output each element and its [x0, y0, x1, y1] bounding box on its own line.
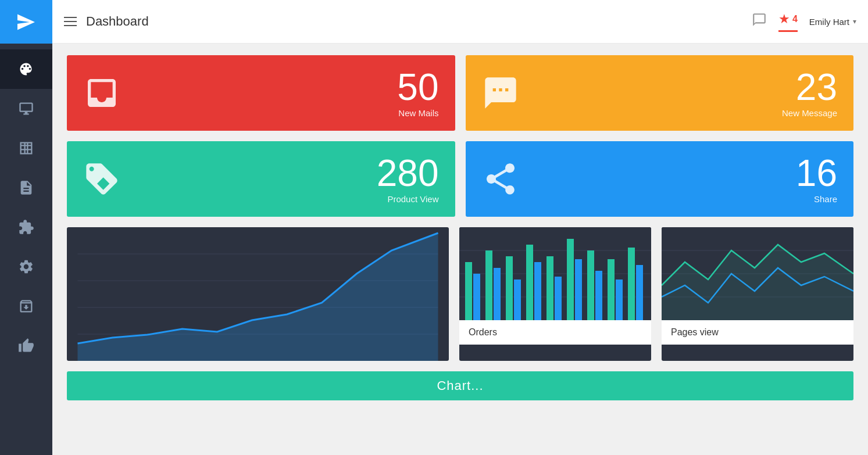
- svg-rect-17: [534, 262, 541, 320]
- svg-rect-26: [628, 248, 635, 320]
- document-icon: [18, 180, 34, 196]
- orders-chart[interactable]: Orders: [459, 227, 651, 361]
- stars-count: 4: [792, 14, 798, 24]
- chat-bubble-icon: [482, 74, 519, 112]
- chat-icon: [752, 12, 767, 27]
- tag-icon: [83, 160, 120, 198]
- sidebar-item-archive[interactable]: [0, 286, 52, 326]
- menu-button[interactable]: [64, 17, 77, 26]
- new-message-count: 23: [782, 69, 837, 106]
- bottom-teal-bar[interactable]: Chart...: [67, 371, 853, 400]
- sidebar-item-thumbsup[interactable]: [0, 326, 52, 366]
- settings-icon: [18, 259, 34, 275]
- svg-rect-11: [473, 274, 480, 320]
- sidebar-nav: [0, 44, 52, 366]
- svg-rect-14: [506, 256, 513, 320]
- pages-view-label: Pages view: [671, 327, 719, 337]
- share-info: 16 Share: [796, 155, 837, 204]
- stat-card-share[interactable]: 16 Share: [466, 141, 854, 217]
- content-area: 50 New Mails 23 New Message: [52, 44, 868, 455]
- orders-label: Orders: [469, 327, 497, 337]
- new-mails-count: 50: [397, 69, 438, 106]
- user-name: Emily Hart: [809, 17, 849, 27]
- main-line-chart-svg: [67, 227, 449, 361]
- svg-rect-23: [595, 271, 602, 320]
- thumbsup-icon: [18, 338, 34, 354]
- star-icon: ★: [778, 12, 790, 27]
- header: Dashboard ★ 4 Emily Hart ▾: [52, 0, 868, 44]
- new-message-label: New Message: [782, 108, 837, 118]
- svg-rect-19: [555, 277, 562, 320]
- svg-rect-10: [465, 262, 472, 320]
- sidebar-item-document[interactable]: [0, 168, 52, 207]
- sidebar-logo[interactable]: [0, 0, 52, 44]
- sidebar-item-monitor[interactable]: [0, 89, 52, 128]
- product-view-info: 280 Product View: [377, 155, 439, 204]
- share-count: 16: [796, 155, 837, 192]
- svg-rect-25: [616, 280, 623, 320]
- stat-card-product-view[interactable]: 280 Product View: [67, 141, 455, 217]
- stat-card-new-message[interactable]: 23 New Message: [466, 55, 854, 131]
- user-caret: ▾: [853, 17, 856, 26]
- share-icon: [482, 160, 519, 198]
- chat-bubble-icon-container: [482, 74, 519, 112]
- share-icon-container: [482, 160, 519, 198]
- stars-button[interactable]: ★ 4: [778, 12, 798, 32]
- inbox-icon-container: [83, 74, 120, 112]
- new-message-info: 23 New Message: [782, 69, 837, 118]
- svg-rect-20: [567, 239, 574, 320]
- svg-rect-15: [514, 280, 521, 320]
- sidebar-item-settings[interactable]: [0, 247, 52, 286]
- sidebar: [0, 0, 52, 455]
- pages-view-label-container: Pages view: [662, 320, 853, 345]
- page-title: Dashboard: [86, 14, 752, 29]
- svg-rect-27: [636, 265, 643, 320]
- paper-plane-icon: [16, 12, 37, 33]
- table-icon: [18, 140, 34, 156]
- stat-card-new-mails[interactable]: 50 New Mails: [67, 55, 455, 131]
- sidebar-item-dashboard[interactable]: [0, 49, 52, 89]
- svg-rect-16: [526, 245, 533, 320]
- main-area: Dashboard ★ 4 Emily Hart ▾: [52, 0, 868, 455]
- share-label: Share: [796, 194, 837, 204]
- tag-icon-container: [83, 160, 120, 198]
- svg-rect-12: [485, 250, 492, 320]
- palette-icon: [18, 61, 34, 77]
- chat-button[interactable]: [752, 12, 767, 31]
- pages-view-chart[interactable]: Pages view: [662, 227, 853, 361]
- product-view-label: Product View: [377, 194, 439, 204]
- header-actions: ★ 4 Emily Hart ▾: [752, 12, 856, 32]
- product-view-count: 280: [377, 155, 439, 192]
- svg-rect-24: [608, 259, 615, 320]
- modules-icon: [18, 219, 34, 235]
- inbox-icon: [83, 74, 120, 112]
- pages-view-chart-svg: [662, 227, 853, 320]
- bottom-teal-label: Chart...: [437, 378, 483, 393]
- main-line-chart[interactable]: [67, 227, 449, 361]
- new-mails-info: 50 New Mails: [397, 69, 438, 118]
- charts-row: Orders Page: [67, 227, 853, 361]
- new-mails-label: New Mails: [397, 108, 438, 118]
- sidebar-item-table[interactable]: [0, 128, 52, 168]
- orders-chart-svg: [459, 227, 651, 320]
- stars-underline: [778, 30, 798, 32]
- monitor-icon: [18, 101, 34, 117]
- svg-rect-18: [546, 256, 553, 320]
- svg-rect-22: [587, 250, 594, 320]
- sidebar-item-modules[interactable]: [0, 207, 52, 247]
- orders-label-container: Orders: [459, 320, 651, 345]
- svg-rect-21: [575, 259, 582, 320]
- stat-cards-grid: 50 New Mails 23 New Message: [67, 55, 853, 217]
- user-menu[interactable]: Emily Hart ▾: [809, 17, 856, 27]
- svg-rect-13: [494, 268, 501, 320]
- archive-icon: [18, 298, 34, 314]
